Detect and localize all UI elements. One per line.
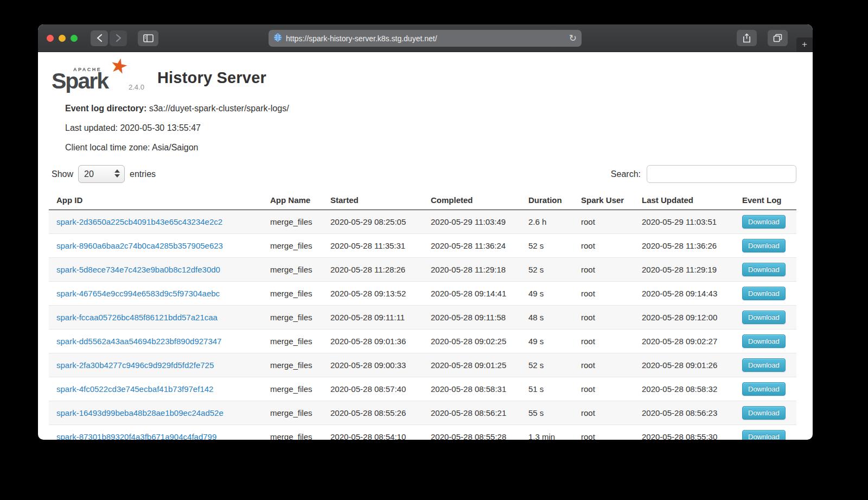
last-updated-cell: 2020-05-28 09:02:27 xyxy=(634,330,735,353)
duration-cell: 48 s xyxy=(521,306,573,330)
spark-user-cell: root xyxy=(573,258,634,282)
download-button[interactable]: Download xyxy=(742,406,786,420)
download-button[interactable]: Download xyxy=(742,263,786,276)
completed-cell: 2020-05-28 09:01:25 xyxy=(423,353,521,377)
completed-cell: 2020-05-28 08:56:21 xyxy=(423,401,521,425)
started-cell: 2020-05-29 08:25:05 xyxy=(323,210,423,234)
started-cell: 2020-05-28 08:54:10 xyxy=(323,425,423,440)
app-id-cell: spark-5d8ece734e7c423e9ba0b8c12dfe30d0 xyxy=(49,258,263,282)
page-title: History Server xyxy=(157,69,266,87)
completed-cell: 2020-05-28 09:14:41 xyxy=(423,282,521,306)
download-button[interactable]: Download xyxy=(742,287,786,300)
app-name-cell: merge_files xyxy=(263,425,323,440)
tab-overview-button[interactable] xyxy=(768,30,788,46)
table-row: spark-8960a6baa2c74b0ca4285b357905e623me… xyxy=(49,234,796,258)
event-log-cell: Download xyxy=(735,353,796,377)
app-id-link[interactable]: spark-8960a6baa2c74b0ca4285b357905e623 xyxy=(56,241,223,250)
app-id-cell: spark-87301b89320f4a3fb671a904c4fad799 xyxy=(49,425,263,440)
timezone-text: Client local time zone: Asia/Saigon xyxy=(65,142,796,153)
app-id-link[interactable]: spark-dd5562a43aa54694b223bf890d927347 xyxy=(56,337,221,346)
download-button[interactable]: Download xyxy=(742,311,786,324)
event-log-directory: Event log directory: s3a://duyet-spark-c… xyxy=(65,103,796,114)
started-cell: 2020-05-28 09:13:52 xyxy=(323,282,423,306)
app-id-link[interactable]: spark-4fc0522cd3e745ecbaf41b73f97ef142 xyxy=(56,384,213,394)
table-row: spark-fccaa05726bc485f86121bdd57a21caame… xyxy=(49,306,796,330)
event-log-cell: Download xyxy=(735,377,796,401)
show-label: Show xyxy=(52,169,73,179)
app-name-cell: merge_files xyxy=(263,330,323,353)
app-name-cell: merge_files xyxy=(263,282,323,306)
reload-button[interactable]: ↻ xyxy=(569,34,577,43)
column-header-app-id[interactable]: App ID xyxy=(49,191,263,210)
started-cell: 2020-05-28 11:35:31 xyxy=(323,234,423,258)
app-name-cell: merge_files xyxy=(263,377,323,401)
last-updated-cell: 2020-05-28 09:01:26 xyxy=(634,353,735,377)
column-header-spark-user[interactable]: Spark User xyxy=(573,191,634,210)
app-id-link[interactable]: spark-5d8ece734e7c423e9ba0b8c12dfe30d0 xyxy=(56,265,220,274)
app-id-link[interactable]: spark-fccaa05726bc485f86121bdd57a21caa xyxy=(56,313,218,322)
sidebar-icon xyxy=(143,34,154,42)
started-cell: 2020-05-28 08:57:40 xyxy=(323,377,423,401)
search-control: Search: xyxy=(611,165,796,183)
event-log-cell: Download xyxy=(735,425,796,440)
spark-version: 2.4.0 xyxy=(129,83,144,91)
started-cell: 2020-05-28 08:55:26 xyxy=(323,401,423,425)
app-id-link[interactable]: spark-16493d99beba48b28ae1b09ec24ad52e xyxy=(56,408,224,417)
spark-user-cell: root xyxy=(573,306,634,330)
started-cell: 2020-05-28 09:01:36 xyxy=(323,330,423,353)
spark-user-cell: root xyxy=(573,234,634,258)
event-log-cell: Download xyxy=(735,210,796,234)
table-row: spark-5d8ece734e7c423e9ba0b8c12dfe30d0me… xyxy=(49,258,796,282)
app-id-link[interactable]: spark-2fa30b4277c9496c9d929fd5fd2fe725 xyxy=(56,360,214,370)
duration-cell: 1.3 min xyxy=(521,425,573,440)
column-header-started[interactable]: Started xyxy=(323,191,423,210)
sidebar-toggle-button[interactable] xyxy=(138,30,158,46)
download-button[interactable]: Download xyxy=(742,358,786,372)
spark-user-cell: root xyxy=(573,282,634,306)
last-updated-text: Last updated: 2020-05-30 13:55:47 xyxy=(65,123,796,134)
applications-table: App IDApp NameStartedCompletedDurationSp… xyxy=(49,191,796,440)
close-button[interactable] xyxy=(47,35,54,42)
column-header-completed[interactable]: Completed xyxy=(423,191,521,210)
duration-cell: 49 s xyxy=(521,282,573,306)
share-button[interactable] xyxy=(737,30,757,46)
app-name-cell: merge_files xyxy=(263,353,323,377)
minimize-button[interactable] xyxy=(59,35,66,42)
app-id-cell: spark-2d3650a225cb4091b43e65c43234e2c2 xyxy=(49,210,263,234)
table-row: spark-2d3650a225cb4091b43e65c43234e2c2me… xyxy=(49,210,796,234)
duration-cell: 2.6 h xyxy=(521,210,573,234)
page-header: APACHE Spark ★ 2.4.0 History Server xyxy=(52,61,796,94)
app-id-link[interactable]: spark-467654e9cc994e6583d9c5f97304aebc xyxy=(56,289,220,298)
column-header-event-log[interactable]: Event Log xyxy=(735,191,796,210)
page-size-select-wrap: 20 xyxy=(78,165,125,183)
app-id-link[interactable]: spark-87301b89320f4a3fb671a904c4fad799 xyxy=(56,432,216,440)
tabs-icon xyxy=(773,34,782,42)
url-text: https://spark-history-server.k8s.stg.duy… xyxy=(286,34,437,43)
download-button[interactable]: Download xyxy=(742,239,786,252)
download-button[interactable]: Download xyxy=(742,215,786,229)
page-size-select[interactable]: 20 xyxy=(78,165,125,183)
download-button[interactable]: Download xyxy=(742,382,786,396)
column-header-app-name[interactable]: App Name xyxy=(263,191,323,210)
download-button[interactable]: Download xyxy=(742,430,786,440)
address-bar[interactable]: https://spark-history-server.k8s.stg.duy… xyxy=(269,30,582,47)
forward-icon xyxy=(116,34,122,42)
new-tab-button[interactable]: + xyxy=(796,37,813,52)
search-input[interactable] xyxy=(647,165,796,183)
entries-label: entries xyxy=(130,169,156,179)
table-row: spark-4fc0522cd3e745ecbaf41b73f97ef142me… xyxy=(49,377,796,401)
event-log-cell: Download xyxy=(735,306,796,330)
completed-cell: 2020-05-28 11:29:18 xyxy=(423,258,521,282)
column-header-last-updated[interactable]: Last Updated xyxy=(634,191,735,210)
event-log-directory-value: s3a://duyet-spark-cluster/spark-logs/ xyxy=(149,104,289,113)
duration-cell: 49 s xyxy=(521,330,573,353)
forward-button[interactable] xyxy=(110,30,127,46)
zoom-button[interactable] xyxy=(71,35,78,42)
app-id-link[interactable]: spark-2d3650a225cb4091b43e65c43234e2c2 xyxy=(56,217,222,226)
column-header-duration[interactable]: Duration xyxy=(521,191,573,210)
back-button[interactable] xyxy=(91,30,108,46)
download-button[interactable]: Download xyxy=(742,334,786,348)
last-updated-cell: 2020-05-28 11:36:26 xyxy=(634,234,735,258)
page-content: APACHE Spark ★ 2.4.0 History Server Even… xyxy=(38,52,813,440)
spark-user-cell: root xyxy=(573,377,634,401)
